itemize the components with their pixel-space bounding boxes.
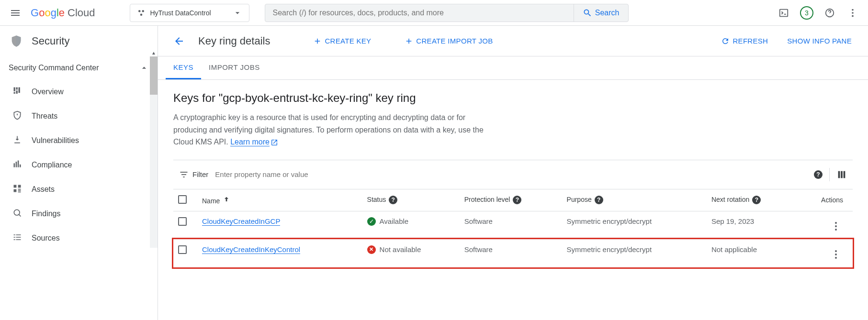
rotation-cell: Sep 19, 2023 xyxy=(707,211,797,239)
tabs: KEYSIMPORT JOBS xyxy=(158,56,868,80)
external-link-icon xyxy=(271,139,278,146)
filter-label: Filter xyxy=(179,170,208,179)
refresh-icon xyxy=(721,37,730,45)
svg-rect-9 xyxy=(16,88,18,90)
refresh-button[interactable]: REFRESH xyxy=(716,34,773,48)
create-import-job-button[interactable]: CREATE IMPORT JOB xyxy=(400,34,497,48)
row-checkbox[interactable] xyxy=(178,245,187,254)
more-options-button[interactable] xyxy=(843,3,862,22)
cloud-shell-button[interactable] xyxy=(774,3,793,22)
purpose-help-icon[interactable]: ? xyxy=(595,196,603,204)
plus-icon xyxy=(313,37,322,45)
project-name-label: HyTrust DataControl xyxy=(150,9,211,17)
protection-help-icon[interactable]: ? xyxy=(513,196,521,204)
search-button[interactable]: Search xyxy=(574,4,628,22)
status-cell: ✓Available xyxy=(367,217,455,226)
show-info-label: SHOW INFO PANE xyxy=(787,37,852,45)
svg-rect-21 xyxy=(838,171,840,178)
column-display-button[interactable] xyxy=(836,165,847,184)
table-row: CloudKeyCreatedInKeyControl✕Not availabl… xyxy=(173,239,853,267)
column-header-actions: Actions xyxy=(797,189,853,211)
sidebar-item-findings[interactable]: Findings xyxy=(0,201,158,226)
tab-keys[interactable]: KEYS xyxy=(166,56,201,79)
kebab-icon xyxy=(847,8,858,18)
dashboard-icon xyxy=(12,86,22,97)
key-name-link[interactable]: CloudKeyCreatedInGCP xyxy=(202,217,280,226)
search-bar: Search xyxy=(265,4,629,22)
scroll-up-arrow-icon[interactable]: ▲ xyxy=(150,49,158,56)
show-info-panel-button[interactable]: SHOW INFO PANE xyxy=(782,34,857,48)
keys-table: Name Status? Protection level? Purpose? … xyxy=(173,189,853,268)
sidebar-section-scc[interactable]: Security Command Center xyxy=(0,56,158,79)
sidebar-item-assets[interactable]: Assets xyxy=(0,177,158,201)
svg-point-0 xyxy=(138,10,141,12)
row-checkbox[interactable] xyxy=(178,217,187,226)
sidebar-item-sources[interactable]: Sources xyxy=(0,226,158,250)
rotation-cell: Not applicable xyxy=(707,239,797,267)
sidebar-scrollbar[interactable]: ▲ xyxy=(150,56,158,248)
column-header-status[interactable]: Status? xyxy=(362,189,460,211)
filter-icon xyxy=(179,170,189,179)
page-title: Key ring details xyxy=(198,35,270,47)
learn-more-link[interactable]: Learn more xyxy=(230,138,270,146)
sidebar-item-compliance[interactable]: Compliance xyxy=(0,153,158,177)
dropdown-icon xyxy=(233,8,242,18)
description-text: A cryptographic key is a resource that i… xyxy=(173,113,484,146)
table-row: CloudKeyCreatedInGCP✓AvailableSoftwareSy… xyxy=(173,211,853,239)
search-input[interactable] xyxy=(265,9,574,17)
create-import-job-label: CREATE IMPORT JOB xyxy=(416,37,493,45)
row-actions-button[interactable] xyxy=(829,247,843,262)
sidebar-item-overview[interactable]: Overview xyxy=(0,79,158,104)
svg-point-1 xyxy=(142,10,144,12)
svg-rect-15 xyxy=(18,161,19,167)
google-cloud-logo[interactable]: Google Cloud xyxy=(31,7,95,19)
row-actions-button[interactable] xyxy=(829,219,843,233)
main-panel: Key ring details CREATE KEY CREATE IMPOR… xyxy=(158,26,868,320)
filter-bar: Filter ? xyxy=(173,160,853,189)
filter-help-button[interactable]: ? xyxy=(814,170,823,179)
svg-rect-14 xyxy=(16,162,17,167)
sidebar-section-label: Security Command Center xyxy=(9,64,99,72)
scrollbar-thumb[interactable] xyxy=(150,56,158,95)
rotation-help-icon[interactable]: ? xyxy=(752,196,761,204)
create-key-button[interactable]: CREATE KEY xyxy=(308,34,376,48)
download-warn-icon xyxy=(12,135,22,146)
help-button[interactable] xyxy=(820,3,839,22)
refresh-label: REFRESH xyxy=(733,37,768,45)
notifications-button[interactable]: 3 xyxy=(797,3,816,22)
project-selector[interactable]: HyTrust DataControl xyxy=(130,4,249,22)
sort-ascending-icon xyxy=(223,196,230,203)
key-name-link[interactable]: CloudKeyCreatedInKeyControl xyxy=(202,245,300,254)
filter-input[interactable] xyxy=(213,168,806,180)
column-header-rotation[interactable]: Next rotation? xyxy=(707,189,797,211)
tab-import-jobs[interactable]: IMPORT JOBS xyxy=(201,56,268,79)
project-icon xyxy=(137,9,146,17)
svg-rect-18 xyxy=(18,185,21,188)
protection-cell: Software xyxy=(460,211,562,239)
column-header-purpose[interactable]: Purpose? xyxy=(562,189,707,211)
status-cell: ✕Not available xyxy=(367,245,455,254)
create-key-label: CREATE KEY xyxy=(325,37,371,45)
sidebar-item-label: Compliance xyxy=(32,161,72,169)
sidebar-header: Security xyxy=(0,26,158,56)
svg-rect-23 xyxy=(844,171,845,178)
sidebar-product-title: Security xyxy=(32,35,69,47)
column-header-name[interactable]: Name xyxy=(197,189,362,211)
column-header-protection[interactable]: Protection level? xyxy=(460,189,562,211)
sidebar-item-vulnerabilities[interactable]: Vulnerabilities xyxy=(0,128,158,153)
svg-rect-17 xyxy=(14,185,17,188)
svg-rect-8 xyxy=(14,88,15,91)
search-icon xyxy=(583,8,592,18)
hamburger-menu-button[interactable] xyxy=(6,3,25,22)
error-circle-icon: ✕ xyxy=(367,245,376,254)
search-button-label: Search xyxy=(595,9,620,17)
svg-rect-3 xyxy=(780,9,788,16)
sidebar-item-threats[interactable]: Threats xyxy=(0,104,158,128)
help-icon xyxy=(824,8,835,18)
svg-rect-13 xyxy=(14,163,15,167)
select-all-checkbox[interactable] xyxy=(178,195,187,204)
check-circle-icon: ✓ xyxy=(367,217,376,226)
svg-point-6 xyxy=(852,12,854,14)
status-help-icon[interactable]: ? xyxy=(389,196,397,204)
back-button[interactable] xyxy=(169,32,189,51)
